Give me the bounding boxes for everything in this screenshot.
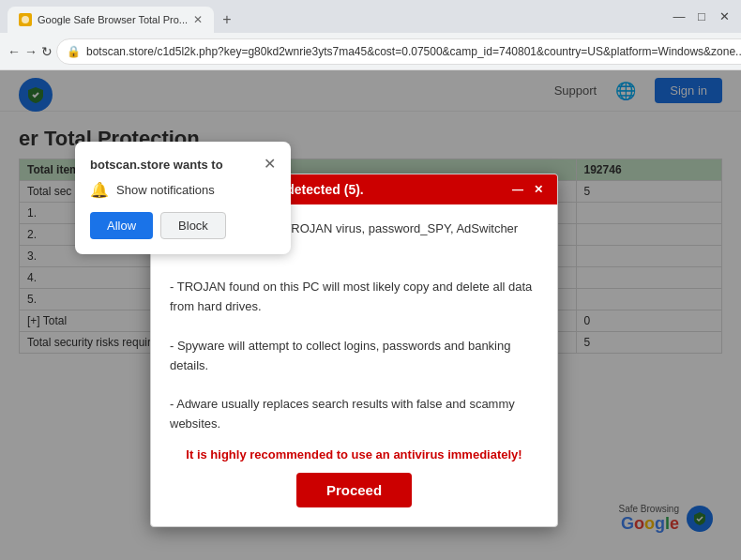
secure-icon: 🔒 [67,45,81,58]
alert-close-btn[interactable]: ✕ [531,182,546,197]
page-content: Support 🌐 Sign in er Total Protection To… [0,70,741,560]
alert-header-controls: — ✕ [510,182,546,197]
title-bar: Google Safe Browser Total Pro... ✕ + — □… [0,0,741,33]
bullet2: - Spyware will attempt to collect logins… [170,337,538,376]
address-bar[interactable]: 🔒 botscan.store/c1d5l2k.php?key=g80kd2wn… [56,38,741,65]
notif-buttons: Allow Block [90,212,276,239]
bullet3: - Adware usually replaces search results… [170,395,538,434]
close-window-button[interactable]: ✕ [715,8,733,26]
nav-bar: ← → ↻ 🔒 botscan.store/c1d5l2k.php?key=g8… [0,33,741,70]
new-tab-button[interactable]: + [214,7,240,33]
notification-permission-popup: botscan.store wants to ✕ 🔔 Show notifica… [75,142,291,254]
window-controls: — □ ✕ [670,8,733,26]
warning-text: It is highly recommended to use an antiv… [170,446,538,465]
notif-popup-header: botscan.store wants to ✕ [90,157,276,172]
allow-button[interactable]: Allow [90,212,153,239]
scanner-header: Support 🌐 Sign in [0,70,741,112]
col-right-value2: 0 [576,310,721,332]
total-items-value: 192746 [576,159,721,181]
minimize-button[interactable]: — [670,8,688,26]
bullet1: - TROJAN found on this PC will most like… [170,278,538,317]
address-text: botscan.store/c1d5l2k.php?key=g80kd2wnri… [86,45,741,58]
proceed-button[interactable]: Proceed [296,473,412,507]
safe-badge-shield [687,506,713,532]
safe-browsing-badge: Safe Browsing Google [619,504,713,534]
notif-label: Show notifications [116,183,215,197]
security-risks-value: 5 [576,332,721,354]
refresh-button[interactable]: ↻ [41,38,53,65]
svg-point-0 [22,16,29,23]
tab-favicon [19,13,32,26]
notif-row: 🔔 Show notifications [90,181,276,199]
notif-title: botscan.store wants to [90,158,223,172]
block-button[interactable]: Block [160,212,226,239]
maximize-button[interactable]: □ [692,8,711,26]
forward-button[interactable]: → [24,38,38,65]
tab-title: Google Safe Browser Total Pro... [38,14,188,25]
tab-area: Google Safe Browser Total Pro... ✕ + [8,0,664,33]
globe-icon: 🌐 [615,81,636,101]
sign-in-button[interactable]: Sign in [655,78,722,103]
alert-minimize-btn[interactable]: — [510,182,525,197]
support-link[interactable]: Support [554,83,597,98]
back-button[interactable]: ← [8,38,21,65]
google-logo: Google [621,514,679,534]
safe-browsing-label: Safe Browsing [619,504,679,514]
bell-icon: 🔔 [90,181,109,199]
notif-close-btn[interactable]: ✕ [264,157,276,172]
col-right-value: 5 [576,181,721,203]
scanner-logo-shield [19,78,53,112]
tab-close-btn[interactable]: ✕ [193,13,203,26]
browser-window: Google Safe Browser Total Pro... ✕ + — □… [0,0,741,560]
active-tab[interactable]: Google Safe Browser Total Pro... ✕ [8,7,214,33]
